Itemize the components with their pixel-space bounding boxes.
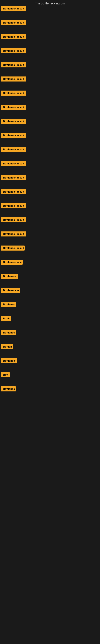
bottleneck-badge-14: Bottleneck result <box>1 189 26 194</box>
bottleneck-badge-24: Bottlenec <box>1 330 16 335</box>
bottleneck-badge-20: Bottleneck <box>1 274 18 279</box>
bottleneck-badge-5: Bottleneck result <box>1 62 26 68</box>
bottleneck-badge-17: Bottleneck result <box>1 232 26 236</box>
bottleneck-badge-27: Bott <box>1 372 10 377</box>
bottleneck-badge-2: Bottleneck result <box>1 20 26 25</box>
bottleneck-badge-12: Bottleneck result <box>1 161 26 166</box>
bottleneck-badge-26: Bottleneck <box>1 358 17 363</box>
bottleneck-badge-9: Bottleneck result <box>1 119 26 124</box>
bottleneck-badge-15: Bottleneck result <box>1 203 26 208</box>
bottleneck-badge-6: Bottleneck result <box>1 76 26 82</box>
bottleneck-badge-13: Bottleneck result <box>1 175 26 180</box>
bottleneck-badge-21: Bottleneck re <box>1 288 20 293</box>
bottleneck-badge-1: Bottleneck result <box>1 6 26 11</box>
bottleneck-badge-19: Bottleneck resu <box>1 260 23 265</box>
bottleneck-badge-3: Bottleneck result <box>1 34 26 39</box>
bottleneck-badge-16: Bottleneck result <box>1 217 26 222</box>
bottleneck-badge-18: Bottleneck result <box>1 246 25 250</box>
bottleneck-badge-8: Bottleneck result <box>1 105 26 110</box>
bottleneck-badge-23: Bottle <box>1 316 11 321</box>
bottleneck-badge-28: Bottlenec <box>1 386 16 392</box>
bottleneck-badge-7: Bottleneck result <box>1 90 26 96</box>
bottleneck-badge-4: Bottleneck result <box>1 48 26 53</box>
bottleneck-badge-10: Bottleneck result <box>1 133 26 138</box>
bottleneck-badge-25: Bottlen <box>1 344 13 349</box>
bottleneck-badge-11: Bottleneck result <box>1 147 26 152</box>
bottom-label: c <box>1 515 2 518</box>
page-container: TheBottlenecker.com c Bottleneck resultB… <box>0 0 100 644</box>
bottleneck-badge-22: Bottlenec <box>1 302 16 307</box>
